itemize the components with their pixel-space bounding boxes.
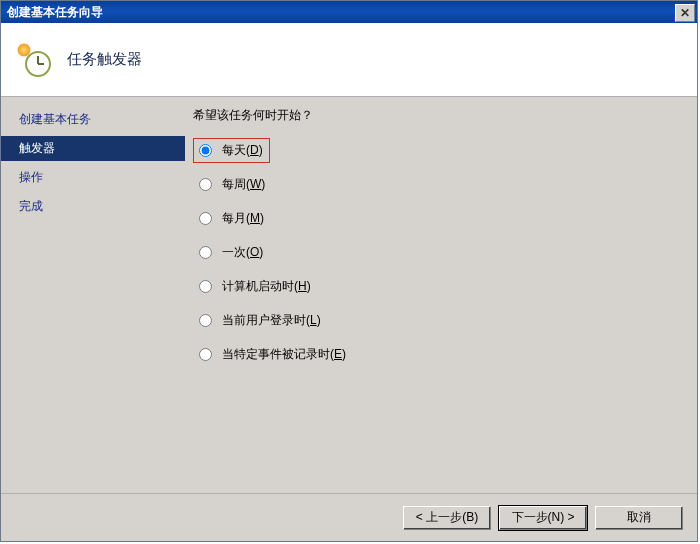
sidebar-item-label: 完成 xyxy=(19,199,43,213)
sidebar-item-label: 触发器 xyxy=(19,141,55,155)
page-title: 任务触发器 xyxy=(67,50,142,69)
trigger-option-label: 每月(M) xyxy=(222,210,264,227)
trigger-option[interactable]: 每天(D) xyxy=(193,138,270,163)
back-button[interactable]: < 上一步(B) xyxy=(403,506,491,530)
trigger-option[interactable]: 当特定事件被记录时(E) xyxy=(193,342,681,367)
trigger-radio[interactable] xyxy=(199,348,212,361)
close-button[interactable]: ✕ xyxy=(675,4,695,22)
question-label: 希望该任务何时开始？ xyxy=(193,107,681,124)
trigger-radio[interactable] xyxy=(199,280,212,293)
trigger-radio[interactable] xyxy=(199,178,212,191)
footer: < 上一步(B) 下一步(N) > 取消 xyxy=(1,493,697,541)
trigger-radio[interactable] xyxy=(199,314,212,327)
sidebar-item-create-task[interactable]: 创建基本任务 xyxy=(11,107,185,132)
window-title: 创建基本任务向导 xyxy=(7,4,103,21)
trigger-options: 每天(D)每周(W)每月(M)一次(O)计算机启动时(H)当前用户登录时(L)当… xyxy=(193,138,681,367)
trigger-option[interactable]: 一次(O) xyxy=(193,240,681,265)
sidebar-item-finish[interactable]: 完成 xyxy=(11,194,185,219)
trigger-radio[interactable] xyxy=(199,246,212,259)
trigger-option[interactable]: 每月(M) xyxy=(193,206,681,231)
trigger-option[interactable]: 当前用户登录时(L) xyxy=(193,308,681,333)
trigger-option[interactable]: 计算机启动时(H) xyxy=(193,274,681,299)
trigger-radio[interactable] xyxy=(199,212,212,225)
trigger-option-label: 当特定事件被记录时(E) xyxy=(222,346,346,363)
wizard-window: 创建基本任务向导 ✕ 任务触发器 创建基本任务 触发器 操作 完成 xyxy=(0,0,698,542)
sidebar-item-action[interactable]: 操作 xyxy=(11,165,185,190)
wizard-clock-icon xyxy=(17,43,51,77)
wizard-body: 创建基本任务 触发器 操作 完成 希望该任务何时开始？ 每天(D)每周(W)每月… xyxy=(1,97,697,493)
cancel-button[interactable]: 取消 xyxy=(595,506,683,530)
trigger-option[interactable]: 每周(W) xyxy=(193,172,681,197)
trigger-option-label: 一次(O) xyxy=(222,244,263,261)
wizard-header: 任务触发器 xyxy=(1,23,697,97)
trigger-option-label: 每天(D) xyxy=(222,142,263,159)
trigger-radio[interactable] xyxy=(199,144,212,157)
sidebar-item-trigger[interactable]: 触发器 xyxy=(1,136,185,161)
trigger-option-label: 每周(W) xyxy=(222,176,265,193)
next-button[interactable]: 下一步(N) > xyxy=(499,506,587,530)
content-pane: 希望该任务何时开始？ 每天(D)每周(W)每月(M)一次(O)计算机启动时(H)… xyxy=(185,97,697,493)
trigger-option-label: 计算机启动时(H) xyxy=(222,278,311,295)
trigger-option-label: 当前用户登录时(L) xyxy=(222,312,321,329)
sidebar: 创建基本任务 触发器 操作 完成 xyxy=(1,97,185,493)
sidebar-item-label: 操作 xyxy=(19,170,43,184)
sidebar-item-label: 创建基本任务 xyxy=(19,112,91,126)
titlebar: 创建基本任务向导 ✕ xyxy=(1,1,697,23)
close-icon: ✕ xyxy=(680,6,690,20)
